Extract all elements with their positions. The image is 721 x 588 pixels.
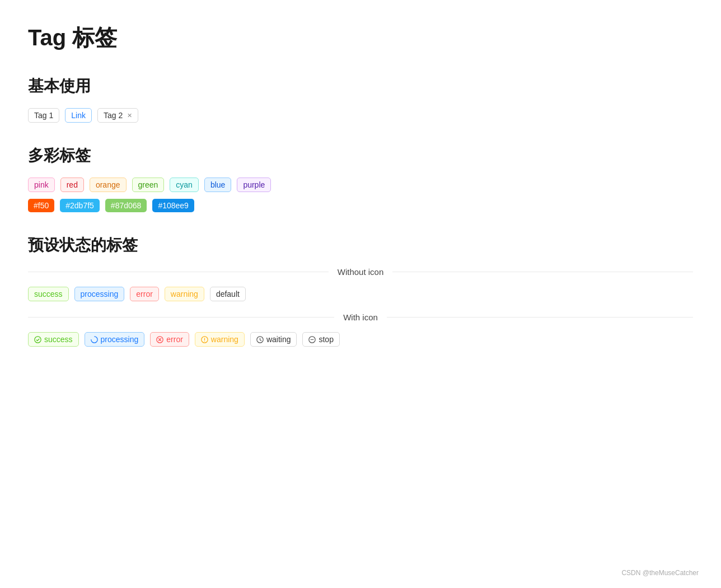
page-title: Tag 标签 xyxy=(28,22,693,53)
tag-success-noicon[interactable]: success xyxy=(28,287,69,301)
tag-red[interactable]: red xyxy=(60,178,84,192)
tag-hex-2db7f5[interactable]: #2db7f5 xyxy=(60,199,100,212)
tag-cyan[interactable]: cyan xyxy=(170,178,199,192)
tag-blue[interactable]: blue xyxy=(204,178,231,192)
divider-line-left2 xyxy=(28,317,334,318)
tag-hex-87d068[interactable]: #87d068 xyxy=(105,199,147,212)
divider-line-right xyxy=(392,272,693,272)
section-colorful: 多彩标签 pink red orange green cyan blue pur… xyxy=(28,145,693,212)
tag-stop-icon[interactable]: stop xyxy=(302,332,339,347)
tag-tag2[interactable]: Tag 2 ✕ xyxy=(97,108,138,123)
close-circle-icon xyxy=(156,336,163,343)
sync-icon xyxy=(91,336,98,343)
tag-purple[interactable]: purple xyxy=(237,178,271,192)
tag-warning-icon[interactable]: warning xyxy=(195,332,245,347)
divider-line-right2 xyxy=(387,317,693,318)
divider-with-icon: With icon xyxy=(28,312,693,322)
divider-label-without-icon: Without icon xyxy=(329,267,393,277)
exclamation-circle-icon xyxy=(201,336,208,343)
footer: CSDN @theMuseCatcher xyxy=(621,569,699,577)
svg-point-1 xyxy=(91,336,97,342)
minus-circle-icon xyxy=(308,336,316,343)
tag-warning-noicon[interactable]: warning xyxy=(165,287,204,301)
colorful-heading: 多彩标签 xyxy=(28,145,693,166)
divider-line-left xyxy=(28,272,329,272)
section-basic: 基本使用 Tag 1 Link Tag 2 ✕ xyxy=(28,76,693,123)
check-circle-icon xyxy=(34,336,41,343)
with-icon-tag-row: success processing error warning xyxy=(28,332,693,347)
tag-waiting-icon[interactable]: waiting xyxy=(250,332,297,347)
divider-without-icon: Without icon xyxy=(28,267,693,277)
tag-processing-noicon[interactable]: processing xyxy=(74,287,125,301)
tag-success-icon[interactable]: success xyxy=(28,332,79,347)
tag-error-icon[interactable]: error xyxy=(150,332,189,347)
tag-tag2-label: Tag 2 xyxy=(104,111,123,120)
tag-link[interactable]: Link xyxy=(65,108,92,123)
section-preset: 预设状态的标签 Without icon success processing … xyxy=(28,235,693,347)
basic-heading: 基本使用 xyxy=(28,76,693,97)
tag-warning-icon-label: warning xyxy=(211,335,238,344)
tag-green[interactable]: green xyxy=(132,178,165,192)
tag-stop-icon-label: stop xyxy=(319,335,333,344)
svg-point-0 xyxy=(35,336,41,342)
clock-icon xyxy=(256,336,264,343)
tag-processing-icon[interactable]: processing xyxy=(85,332,145,347)
tag-tag1[interactable]: Tag 1 xyxy=(28,108,59,123)
colorful-tag-row1: pink red orange green cyan blue purple xyxy=(28,178,693,192)
tag-success-icon-label: success xyxy=(44,335,73,344)
preset-heading: 预设状态的标签 xyxy=(28,235,693,256)
basic-tag-row: Tag 1 Link Tag 2 ✕ xyxy=(28,108,693,123)
tag-error-icon-label: error xyxy=(166,335,183,344)
tag-default-noicon[interactable]: default xyxy=(210,287,246,301)
tag-waiting-icon-label: waiting xyxy=(266,335,291,344)
colorful-tag-row2: #f50 #2db7f5 #87d068 #108ee9 xyxy=(28,199,693,212)
tag-hex-f50[interactable]: #f50 xyxy=(28,199,54,212)
tag-processing-icon-label: processing xyxy=(101,335,139,344)
without-icon-tag-row: success processing error warning default xyxy=(28,287,693,301)
tag-orange[interactable]: orange xyxy=(90,178,127,192)
tag-error-noicon[interactable]: error xyxy=(130,287,159,301)
divider-label-with-icon: With icon xyxy=(334,312,387,322)
svg-point-4 xyxy=(204,340,205,341)
tag-tag2-close[interactable]: ✕ xyxy=(127,112,132,119)
tag-hex-108ee9[interactable]: #108ee9 xyxy=(152,199,194,212)
tag-pink[interactable]: pink xyxy=(28,178,55,192)
